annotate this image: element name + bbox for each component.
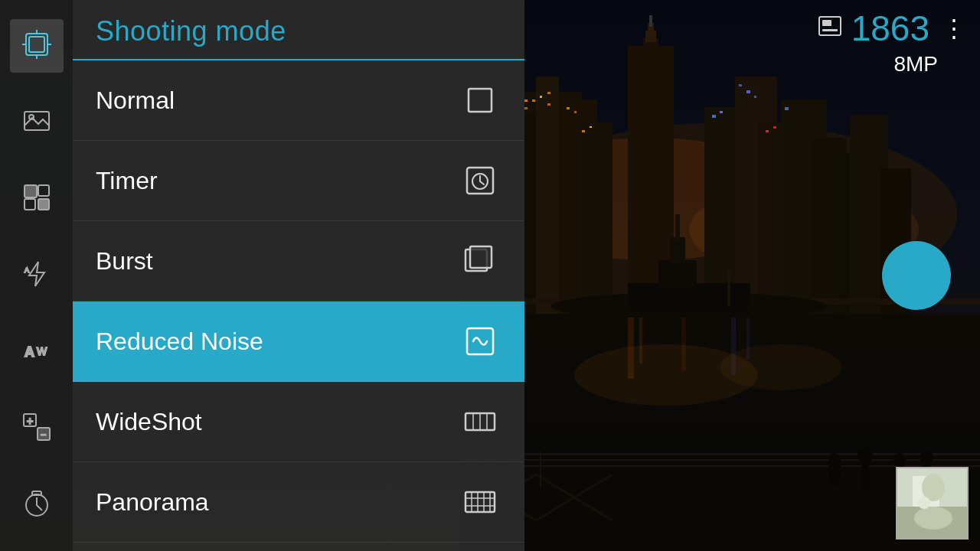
- sidebar-item-shooting-mode[interactable]: [10, 19, 64, 73]
- svg-rect-44: [658, 260, 697, 287]
- panorama-mode-icon: [459, 481, 501, 523]
- svg-point-70: [828, 453, 841, 465]
- svg-rect-81: [29, 37, 44, 52]
- mode-label-burst: Burst: [96, 247, 153, 276]
- reduced-noise-mode-icon: [459, 320, 501, 363]
- svg-rect-43: [628, 283, 750, 310]
- burst-mode-icon: [459, 240, 501, 282]
- svg-rect-32: [590, 126, 592, 128]
- normal-mode-icon: [459, 79, 501, 122]
- svg-rect-120: [822, 29, 838, 31]
- svg-rect-105: [470, 246, 492, 268]
- svg-rect-47: [727, 268, 730, 306]
- svg-rect-23: [524, 99, 528, 102]
- svg-rect-45: [670, 237, 685, 264]
- mode-label-wideshot: WideShot: [96, 408, 202, 436]
- svg-rect-88: [24, 185, 37, 197]
- mode-item-wideshot[interactable]: WideShot: [73, 382, 524, 462]
- svg-rect-28: [547, 103, 550, 106]
- svg-rect-40: [785, 107, 789, 110]
- svg-point-78: [920, 451, 933, 465]
- sidebar-item-exposure[interactable]: + −: [10, 402, 64, 455]
- svg-rect-62: [540, 452, 541, 488]
- svg-text:A: A: [24, 344, 34, 360]
- svg-rect-90: [24, 199, 35, 210]
- svg-rect-37: [754, 96, 756, 98]
- svg-rect-27: [547, 92, 550, 94]
- svg-text:W: W: [37, 345, 47, 357]
- svg-rect-75: [861, 462, 869, 489]
- svg-rect-101: [469, 89, 492, 112]
- svg-point-74: [858, 448, 873, 463]
- svg-point-127: [918, 497, 930, 509]
- svg-rect-26: [540, 96, 542, 98]
- shooting-mode-icon: [21, 29, 52, 64]
- svg-rect-91: [38, 199, 49, 210]
- mode-label-timer: Timer: [96, 167, 158, 195]
- svg-rect-29: [567, 107, 570, 109]
- svg-rect-34: [720, 111, 723, 113]
- svg-point-76: [893, 453, 906, 465]
- white-balance-icon: A W: [21, 335, 52, 370]
- svg-rect-38: [766, 130, 769, 132]
- sidebar-item-timer-settings[interactable]: [10, 478, 64, 532]
- timer-mode-icon: [459, 159, 501, 202]
- svg-rect-73: [835, 465, 841, 481]
- svg-point-56: [720, 344, 842, 390]
- svg-text:A: A: [24, 266, 29, 274]
- timer-settings-icon: [21, 488, 52, 523]
- svg-rect-100: [32, 491, 41, 495]
- svg-rect-13: [582, 122, 612, 314]
- panel-header: Shooting mode: [73, 0, 524, 60]
- svg-rect-24: [532, 99, 535, 102]
- more-menu-button[interactable]: ⋮: [936, 10, 972, 47]
- svg-text:−: −: [41, 429, 46, 440]
- mode-label-reduced-noise: Reduced Noise: [96, 328, 263, 356]
- shot-count: 1863: [851, 8, 929, 49]
- thumbnail-image: [897, 468, 967, 538]
- sidebar: A A W + −: [0, 0, 73, 551]
- svg-point-126: [914, 507, 952, 530]
- sidebar-item-gallery[interactable]: [10, 96, 64, 149]
- hdr-icon: [21, 182, 52, 217]
- svg-rect-33: [712, 115, 716, 118]
- svg-rect-39: [773, 126, 776, 129]
- mode-item-timer[interactable]: Timer: [73, 141, 524, 221]
- mode-item-normal[interactable]: Normal: [73, 60, 524, 141]
- auto-flash-icon: A: [21, 259, 52, 293]
- shutter-button[interactable]: [882, 241, 951, 310]
- svg-rect-72: [828, 465, 835, 481]
- sidebar-item-flash[interactable]: A: [10, 249, 64, 302]
- svg-rect-119: [822, 20, 831, 26]
- svg-rect-11: [536, 77, 559, 321]
- svg-rect-30: [574, 111, 577, 113]
- gallery-icon: [21, 106, 52, 140]
- panel-title: Shooting mode: [96, 15, 286, 47]
- resolution-label: 8MP: [893, 52, 938, 77]
- svg-point-87: [29, 115, 34, 119]
- last-photo-thumbnail[interactable]: [896, 467, 969, 540]
- top-right-info: 1863 ⋮: [815, 8, 972, 49]
- exposure-icon: + −: [21, 412, 52, 446]
- svg-rect-25: [524, 107, 528, 109]
- mode-item-burst[interactable]: Burst: [73, 221, 524, 302]
- mode-label-panorama: Panorama: [96, 488, 209, 517]
- wideshot-mode-icon: [459, 400, 501, 443]
- mode-item-reduced-noise[interactable]: Reduced Noise: [73, 302, 524, 382]
- svg-rect-8: [649, 15, 652, 27]
- svg-text:+: +: [27, 415, 33, 427]
- shooting-mode-panel: Shooting mode Normal Timer Burst: [73, 0, 524, 551]
- sidebar-item-hdr[interactable]: [10, 172, 64, 226]
- sidebar-item-white-balance[interactable]: A W: [10, 325, 64, 379]
- svg-rect-35: [739, 84, 742, 86]
- mode-label-normal: Normal: [96, 86, 175, 115]
- mode-item-panorama[interactable]: Panorama: [73, 462, 524, 543]
- svg-rect-89: [38, 185, 49, 196]
- svg-rect-31: [582, 130, 585, 132]
- svg-rect-36: [746, 90, 750, 93]
- svg-rect-46: [675, 214, 680, 241]
- storage-icon: [815, 11, 845, 47]
